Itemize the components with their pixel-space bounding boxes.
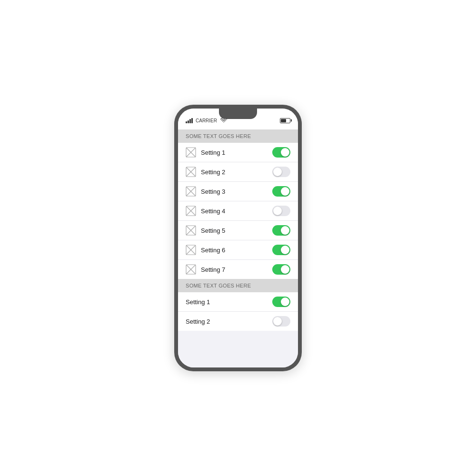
setting-row: Setting 2: [178, 312, 298, 331]
toggle-knob: [281, 148, 289, 157]
setting-label: Setting 2: [186, 318, 272, 325]
setting-icon: [186, 264, 196, 275]
section2-header: SOME TEXT GOES HERE: [178, 279, 298, 292]
setting-icon: [186, 167, 196, 177]
toggle-knob: [281, 265, 289, 274]
section1-list: Setting 1 Setting 2: [178, 143, 298, 279]
toggle-setting4[interactable]: [272, 206, 290, 216]
setting-icon: [186, 225, 196, 236]
toggle-knob: [281, 226, 289, 235]
toggle-knob: [273, 317, 282, 326]
setting-label: Setting 4: [201, 208, 272, 215]
setting-row: Setting 6: [178, 240, 298, 260]
phone-frame: CARRIER SOME TEXT GOES HERE: [174, 105, 302, 371]
setting-label: Setting 3: [201, 188, 272, 195]
toggle-knob: [281, 246, 289, 254]
setting-label: Setting 6: [201, 247, 272, 254]
setting-row: Setting 5: [178, 221, 298, 240]
toggle-s2-setting1[interactable]: [272, 297, 290, 307]
setting-label: Setting 7: [201, 266, 272, 273]
toggle-setting1[interactable]: [272, 147, 290, 158]
toggle-knob: [273, 207, 282, 215]
section1-header: SOME TEXT GOES HERE: [178, 129, 298, 143]
bar4: [191, 118, 193, 123]
setting-icon: [186, 147, 196, 158]
setting-row: Setting 4: [178, 201, 298, 221]
battery-icon: [280, 118, 290, 123]
setting-icon: [186, 206, 196, 216]
signal-bars-icon: [186, 118, 193, 123]
setting-icon: [186, 245, 196, 255]
battery-fill: [281, 119, 286, 122]
section2-list: Setting 1 Setting 2: [178, 292, 298, 331]
bar3: [189, 119, 191, 123]
toggle-knob: [281, 298, 289, 306]
setting-row: Setting 3: [178, 182, 298, 201]
setting-row: Setting 1: [178, 143, 298, 162]
setting-icon: [186, 186, 196, 197]
toggle-setting2[interactable]: [272, 167, 290, 177]
phone-screen: CARRIER SOME TEXT GOES HERE: [178, 109, 298, 367]
setting-label: Setting 1: [201, 149, 272, 156]
toggle-setting7[interactable]: [272, 264, 290, 275]
notch: [219, 109, 257, 119]
toggle-knob: [281, 187, 289, 196]
screen-content: SOME TEXT GOES HERE Setting 1: [178, 129, 298, 367]
toggle-knob: [273, 168, 282, 176]
setting-row: Setting 7: [178, 260, 298, 279]
carrier-label: CARRIER: [196, 118, 217, 123]
setting-label: Setting 5: [201, 227, 272, 234]
toggle-setting6[interactable]: [272, 245, 290, 255]
toggle-setting5[interactable]: [272, 225, 290, 236]
bar2: [188, 120, 189, 123]
toggle-setting3[interactable]: [272, 186, 290, 197]
bar1: [186, 121, 187, 123]
status-left: CARRIER: [186, 118, 227, 123]
setting-label: Setting 2: [201, 169, 272, 176]
toggle-s2-setting2[interactable]: [272, 316, 290, 327]
setting-row: Setting 1: [178, 292, 298, 312]
setting-row: Setting 2: [178, 162, 298, 182]
setting-label: Setting 1: [186, 298, 272, 306]
status-right: [280, 118, 290, 123]
